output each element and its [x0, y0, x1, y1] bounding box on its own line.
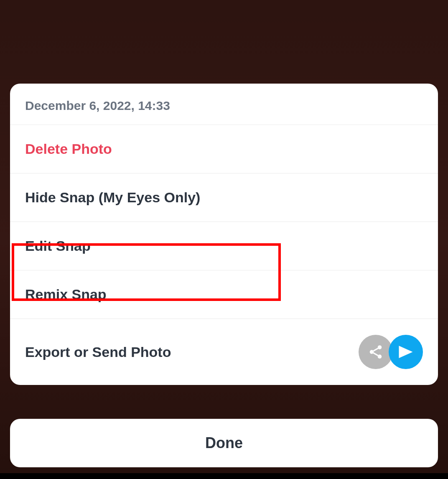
edit-snap-label: Edit Snap [25, 238, 91, 254]
delete-photo-item[interactable]: Delete Photo [10, 125, 438, 173]
export-icon-group [359, 335, 423, 369]
edit-snap-item[interactable]: Edit Snap [10, 222, 438, 270]
svg-line-4 [373, 353, 378, 355]
svg-point-2 [378, 354, 382, 359]
export-send-item[interactable]: Export or Send Photo [10, 319, 438, 385]
send-icon[interactable] [389, 335, 423, 369]
snap-timestamp: December 6, 2022, 14:33 [25, 99, 423, 113]
export-send-label: Export or Send Photo [25, 344, 171, 360]
remix-snap-item[interactable]: Remix Snap [10, 270, 438, 319]
done-label: Done [205, 434, 243, 452]
delete-photo-label: Delete Photo [25, 141, 112, 157]
svg-point-0 [378, 345, 382, 349]
bottom-bar [0, 473, 448, 479]
hide-snap-label: Hide Snap (My Eyes Only) [25, 189, 200, 206]
svg-line-3 [373, 348, 378, 351]
action-sheet: December 6, 2022, 14:33 Delete Photo Hid… [10, 84, 438, 385]
sheet-header: December 6, 2022, 14:33 [10, 84, 438, 125]
done-button[interactable]: Done [10, 419, 438, 467]
hide-snap-item[interactable]: Hide Snap (My Eyes Only) [10, 173, 438, 222]
svg-point-1 [370, 350, 374, 354]
share-icon[interactable] [359, 335, 393, 369]
remix-snap-label: Remix Snap [25, 286, 107, 303]
